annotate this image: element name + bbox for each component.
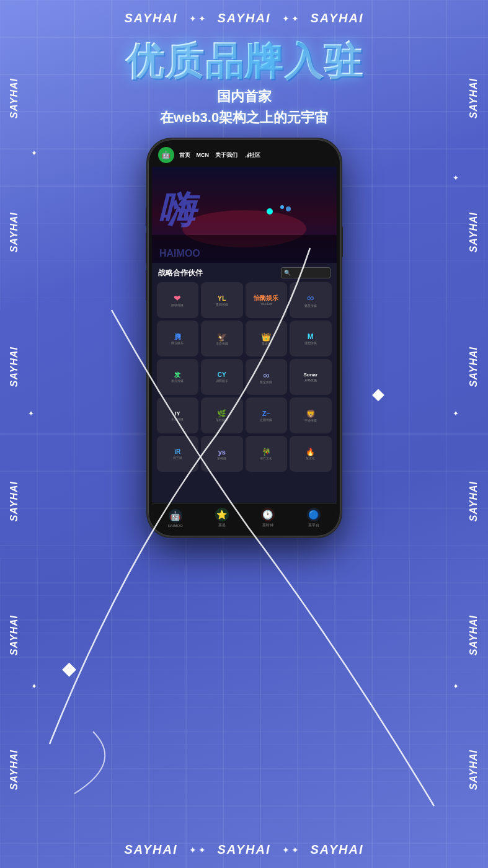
bottom-nav-clock-label: 某时钟 bbox=[262, 523, 273, 528]
brand-icon-sonar: Sonar 户外文娱 bbox=[292, 361, 329, 392]
brand-card-4[interactable]: 腾 腾云娱乐 bbox=[157, 321, 199, 356]
sayhai-left-1: SAYHAI bbox=[9, 78, 20, 118]
nav-item-mcn[interactable]: MCN bbox=[197, 152, 210, 158]
app-banner: 嗨 HAIMOO bbox=[152, 167, 337, 263]
brand-icon-16: ys 某传媒 bbox=[203, 438, 241, 469]
phone-mockup: 🤖 首页 MCN 关于我们 嗨社区 bbox=[148, 140, 340, 536]
phone-power-button bbox=[340, 226, 343, 257]
search-box[interactable]: 🔍 bbox=[281, 267, 331, 278]
brand-card-6[interactable]: 👑 某娱乐 bbox=[246, 321, 288, 356]
brand-card-sonar[interactable]: Sonar 户外文娱 bbox=[290, 359, 332, 395]
brand-card-14[interactable]: 🦁 手游传媒 bbox=[290, 397, 332, 433]
brand-icon-6: 👑 某娱乐 bbox=[248, 323, 285, 354]
bottom-nav-haimoo[interactable]: 🤖 HAIMOO bbox=[167, 509, 182, 528]
section-title: 战略合作伙伴 bbox=[158, 268, 203, 278]
svg-point-36 bbox=[267, 208, 273, 215]
brand-icon-4: 腾 腾云娱乐 bbox=[159, 323, 197, 354]
section-header: 战略合作伙伴 🔍 bbox=[158, 267, 331, 278]
brand-card-12[interactable]: 🌿 某校娱乐 bbox=[201, 397, 243, 433]
brand-icon-11: IY 永云传媒 bbox=[159, 400, 197, 431]
hero-subtitle1: 国内首家 bbox=[217, 87, 272, 106]
brand-icon-10: ∞ 繁全传媒 bbox=[248, 361, 285, 392]
brand-card-17[interactable]: 🎋 绿竹文化 bbox=[246, 436, 288, 472]
bottom-nav-star[interactable]: ⭐ 某星 bbox=[215, 508, 229, 528]
main-content: 优质品牌入驻 国内首家 在web3.0架构之上的元宇宙 🤖 首页 MCN bbox=[0, 0, 488, 868]
sayhai-right-3: SAYHAI bbox=[468, 347, 479, 387]
brand-card-18[interactable]: 🔥 某文化 bbox=[290, 436, 332, 472]
sayhai-bottom-2: SAYHAI bbox=[217, 843, 270, 857]
bottom-nav-clock-icon: 🕐 bbox=[261, 508, 275, 521]
nav-item-about[interactable]: 关于我们 bbox=[215, 151, 237, 159]
brand-icon-5: 🦅 沿音传媒 bbox=[203, 323, 241, 354]
star-dot-4: ✦ bbox=[453, 409, 459, 418]
brand-card-9[interactable]: CY 训腾娱乐 bbox=[201, 359, 243, 395]
bottom-nav-platform-label: 某平台 bbox=[308, 523, 319, 528]
brand-card-7[interactable]: M 漫想传媒 bbox=[290, 321, 332, 356]
star-dot-2: ✦ bbox=[453, 174, 459, 182]
brand-card-16[interactable]: ys 某传媒 bbox=[201, 436, 243, 472]
bottom-nav-star-label: 某星 bbox=[218, 523, 226, 528]
brand-icon-3: ∞ 繁星传媒 bbox=[292, 285, 329, 316]
bottom-nav-haimoo-icon: 🤖 bbox=[169, 509, 182, 523]
bottom-nav-clock[interactable]: 🕐 某时钟 bbox=[261, 508, 275, 528]
sayhai-right-6: SAYHAI bbox=[468, 750, 479, 790]
sayhai-bottom-3: SAYHAI bbox=[310, 843, 363, 857]
svg-text:HAIMOO: HAIMOO bbox=[159, 248, 200, 259]
brand-card-1[interactable]: YL 星闻传媒 bbox=[201, 282, 243, 318]
brand-icon-13: Z~ 之圆传媒 bbox=[248, 400, 285, 431]
app-screen: 🤖 首页 MCN 关于我们 嗨社区 bbox=[152, 143, 337, 533]
phone-mute-button bbox=[146, 208, 148, 226]
search-icon: 🔍 bbox=[284, 270, 291, 276]
sayhai-right-1: SAYHAI bbox=[468, 78, 479, 118]
bottom-nav-haimoo-label: HAIMOO bbox=[167, 524, 182, 528]
brand-card-3[interactable]: ∞ 繁星传媒 bbox=[290, 282, 332, 318]
right-marquee: SAYHAI SAYHAI SAYHAI SAYHAI SAYHAI SAYHA… bbox=[468, 0, 479, 868]
brand-card-5[interactable]: 🦅 沿音传媒 bbox=[201, 321, 243, 356]
sayhai-left-6: SAYHAI bbox=[9, 750, 20, 790]
star-dot-5: ✦ bbox=[31, 682, 37, 691]
brand-icon-9: CY 训腾娱乐 bbox=[203, 361, 241, 392]
brand-icon-1: YL 星闻传媒 bbox=[203, 285, 241, 316]
brand-card-0[interactable]: ❤ 媒朝传媒 bbox=[157, 282, 199, 318]
brand-icon-15: iR 优互娱 bbox=[159, 438, 197, 469]
phone-body: 🤖 首页 MCN 关于我们 嗨社区 bbox=[148, 140, 340, 536]
svg-text:嗨: 嗨 bbox=[158, 189, 201, 231]
left-marquee: SAYHAI SAYHAI SAYHAI SAYHAI SAYHAI SAYHA… bbox=[9, 0, 20, 868]
star-dot-6: ✦ bbox=[453, 682, 459, 691]
brand-card-10[interactable]: ∞ 繁全传媒 bbox=[246, 359, 288, 395]
bottom-nav-platform[interactable]: 🔵 某平台 bbox=[307, 508, 321, 528]
brand-card-2[interactable]: 怡酶娱乐 Yiku Ent bbox=[246, 282, 288, 318]
sayhai-left-4: SAYHAI bbox=[9, 481, 20, 521]
sayhai-right-4: SAYHAI bbox=[468, 481, 479, 521]
sayhai-left-3: SAYHAI bbox=[9, 347, 20, 387]
svg-point-37 bbox=[280, 205, 284, 209]
brand-icon-2: 怡酶娱乐 Yiku Ent bbox=[248, 285, 285, 316]
brand-card-13[interactable]: Z~ 之圆传媒 bbox=[246, 397, 288, 433]
bottom-nav-platform-icon: 🔵 bbox=[307, 508, 321, 521]
brand-icon-8: 发 发点传媒 bbox=[159, 361, 197, 392]
phone-screen: 🤖 首页 MCN 关于我们 嗨社区 bbox=[152, 143, 337, 533]
sparkle-large-1: ◆ bbox=[372, 384, 384, 404]
brand-icon-18: 🔥 某文化 bbox=[292, 438, 329, 469]
sayhai-top-2: SAYHAI bbox=[217, 11, 270, 25]
brand-card-15[interactable]: iR 优互娱 bbox=[157, 436, 199, 472]
nav-item-home[interactable]: 首页 bbox=[179, 151, 190, 159]
sparkle-large-2: ◆ bbox=[62, 657, 76, 679]
sayhai-right-2: SAYHAI bbox=[468, 212, 479, 252]
hero-title: 优质品牌入驻 bbox=[125, 40, 363, 82]
star-separator-1: ✦ ✦ bbox=[189, 14, 206, 24]
phone-volume-down-button bbox=[146, 270, 148, 301]
top-marquee: SAYHAI ✦ ✦ SAYHAI ✦ ✦ SAYHAI bbox=[0, 11, 488, 25]
app-nav-items: 首页 MCN 关于我们 嗨社区 bbox=[179, 151, 261, 159]
phone-volume-up-button bbox=[146, 232, 148, 264]
star-dot-3: ✦ bbox=[28, 409, 34, 418]
hero-subtitle2: 在web3.0架构之上的元宇宙 bbox=[160, 108, 328, 127]
sayhai-top-3: SAYHAI bbox=[310, 11, 363, 25]
star-separator-4: ✦ ✦ bbox=[282, 845, 299, 855]
phone-camera bbox=[241, 149, 248, 157]
brand-card-8[interactable]: 发 发点传媒 bbox=[157, 359, 199, 395]
bottom-marquee: SAYHAI ✦ ✦ SAYHAI ✦ ✦ SAYHAI bbox=[0, 843, 488, 857]
brand-card-11[interactable]: IY 永云传媒 bbox=[157, 397, 199, 433]
brand-icon-0: ❤ 媒朝传媒 bbox=[159, 285, 197, 316]
star-separator-2: ✦ ✦ bbox=[282, 14, 299, 24]
